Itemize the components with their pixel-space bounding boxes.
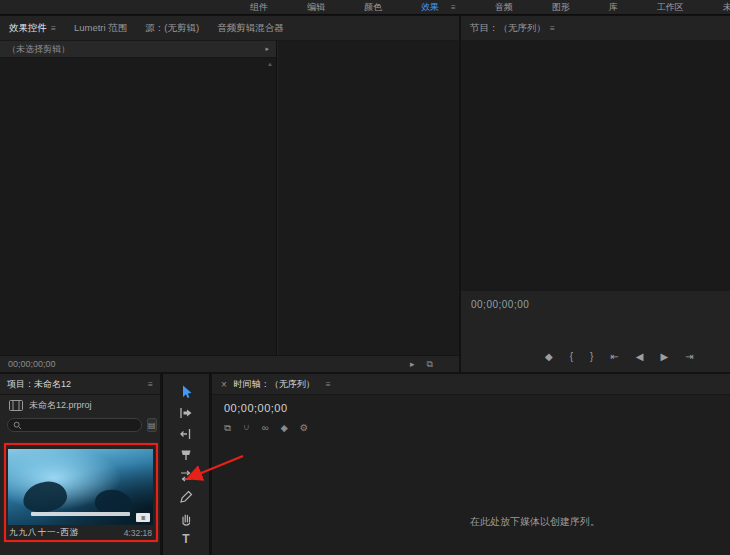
project-clip-card[interactable]: ≣ 九九八十一-西游 4:32:18: [8, 449, 153, 539]
program-timecode: 00;00;00;00: [471, 299, 529, 310]
tab-program-monitor[interactable]: 节目：（无序列）≡: [470, 22, 555, 35]
timeline-timecode: 00;00;00;00: [224, 402, 288, 414]
tool-selection[interactable]: [178, 384, 195, 400]
project-file-icon: [9, 400, 23, 411]
timeline-toolbar: ⧉ ∩ ∞ ◆ ⚙: [224, 422, 308, 434]
workspace-item-partial[interactable]: 未: [723, 1, 730, 14]
panel-menu-icon[interactable]: ≡: [550, 23, 555, 33]
workspace-item-color[interactable]: 颜色: [364, 1, 382, 14]
project-search-box[interactable]: [7, 418, 142, 432]
tool-hand[interactable]: [178, 510, 195, 526]
type-tool-icon: T: [182, 533, 189, 545]
workspace-menu-icon[interactable]: ≡: [451, 3, 456, 12]
project-panel-tabbar: 项目：未命名12 ≡: [0, 374, 160, 395]
timeline-settings-icon[interactable]: ⚙: [300, 422, 309, 434]
workspace-item-assembly[interactable]: 组件: [250, 1, 268, 14]
list-view-icon: ▤: [148, 421, 156, 430]
scrollbar-up-icon[interactable]: ▲: [267, 61, 273, 67]
step-back-icon[interactable]: ◀: [636, 351, 644, 362]
tab-effect-controls-label: 效果控件: [9, 22, 47, 33]
tool-slip[interactable]: [178, 468, 195, 484]
effect-controls-tabbar: 效果控件≡ Lumetri 范围 源：(无剪辑) 音频剪辑混合器: [0, 16, 459, 41]
tab-effect-controls[interactable]: 效果控件≡: [9, 22, 56, 35]
workspace-item-workspaces[interactable]: 工作区: [657, 1, 684, 14]
tool-ripple-edit[interactable]: [178, 426, 195, 442]
program-video-area: [461, 41, 730, 291]
project-view-toggle-button[interactable]: ▤: [147, 418, 157, 432]
effect-controls-keyframe-area: [278, 41, 459, 355]
snap-icon[interactable]: ∩: [243, 422, 250, 434]
tab-project[interactable]: 项目：未命名12: [7, 378, 71, 391]
timeline-body: 00;00;00;00 ⧉ ∩ ∞ ◆ ⚙ 在此处放下媒体以创建序列。: [212, 395, 730, 555]
project-panel: 项目：未命名12 ≡ 未命名12.prproj ▤ ≣: [0, 374, 160, 555]
panel-menu-icon[interactable]: ≡: [148, 379, 153, 389]
panel-menu-icon[interactable]: ≡: [326, 379, 331, 389]
effect-controls-statusbar: 00;00;00;00 ▸ ⧉: [0, 355, 459, 372]
tab-lumetri-scopes[interactable]: Lumetri 范围: [74, 22, 127, 35]
timeline-view-toggle-icon[interactable]: ▸: [265, 45, 269, 53]
program-monitor-panel: 节目：（无序列）≡ 00;00;00;00 ◆ { } ⇤ ◀ ▶ ⇥: [461, 16, 730, 372]
selection-tool-icon: [178, 384, 194, 400]
timeline-empty-message: 在此处放下媒体以创建序列。: [470, 515, 600, 529]
hand-tool-icon: [178, 510, 194, 526]
tab-source-monitor[interactable]: 源：(无剪辑): [145, 22, 199, 35]
effect-controls-panel: 效果控件≡ Lumetri 范围 源：(无剪辑) 音频剪辑混合器 （未选择剪辑）…: [0, 16, 459, 372]
workspace-item-graphics[interactable]: 图形: [552, 1, 570, 14]
razor-tool-icon: [178, 447, 194, 463]
effect-controls-empty-content: ▲: [0, 58, 276, 355]
clip-type-badge-icon: ≣: [140, 514, 145, 521]
play-audio-icon[interactable]: ▸: [410, 359, 415, 369]
ripple-edit-tool-icon: [178, 426, 194, 442]
clip-duration: 4:32:18: [124, 528, 152, 538]
mark-in-icon[interactable]: {: [570, 351, 573, 362]
tool-pen[interactable]: [178, 489, 195, 505]
clip-type-badge: ≣: [136, 513, 150, 522]
tab-timeline[interactable]: 时间轴：（无序列）: [234, 378, 315, 391]
clip-thumbnail[interactable]: ≣: [8, 449, 153, 525]
project-file-item[interactable]: 未命名12.prproj: [0, 395, 160, 415]
timeline-panel: × 时间轴：（无序列） ≡ 00;00;00;00 ⧉ ∩ ∞ ◆ ⚙ 在此处放…: [212, 374, 730, 555]
linked-selection-icon[interactable]: ∞: [262, 422, 269, 434]
project-search-row: ▤: [0, 415, 160, 434]
play-icon[interactable]: ▶: [660, 351, 668, 362]
workspace-item-libraries[interactable]: 库: [609, 1, 618, 14]
pen-tool-icon: [178, 489, 194, 505]
tool-type[interactable]: T: [178, 531, 195, 547]
workspace-item-audio[interactable]: 音频: [495, 1, 513, 14]
clip-selector-row[interactable]: （未选择剪辑） ▸: [0, 41, 276, 58]
panel-menu-icon[interactable]: ≡: [51, 23, 56, 33]
tool-razor[interactable]: [178, 447, 195, 463]
tab-audio-clip-mixer[interactable]: 音频剪辑混合器: [217, 22, 284, 35]
slip-tool-icon: [178, 468, 194, 484]
clip-selector-label: （未选择剪辑）: [7, 43, 70, 56]
effect-controls-list-area: （未选择剪辑） ▸ ▲: [0, 41, 277, 355]
mark-out-icon[interactable]: }: [590, 351, 593, 362]
workspace-item-editing[interactable]: 编辑: [307, 1, 325, 14]
project-file-name: 未命名12.prproj: [29, 399, 92, 412]
thumbnail-silhouette: [21, 480, 68, 516]
thumbnail-subtitle-strip: [31, 512, 130, 516]
search-icon: [13, 421, 22, 430]
close-icon[interactable]: ×: [221, 379, 227, 390]
add-marker-icon[interactable]: ◆: [545, 351, 553, 362]
effect-controls-timecode: 00;00;00;00: [8, 359, 56, 369]
step-forward-icon[interactable]: ⇥: [685, 351, 693, 362]
workspace-bar: 组件 编辑 颜色 效果 ≡ 音频 图形 库 工作区 未: [0, 0, 730, 15]
export-frame-icon[interactable]: ⧉: [427, 359, 433, 370]
go-to-in-icon[interactable]: ⇤: [610, 351, 618, 362]
track-select-forward-tool-icon: [178, 405, 194, 421]
timeline-tabbar: × 时间轴：（无序列） ≡: [212, 374, 730, 395]
clip-name[interactable]: 九九八十一-西游: [9, 527, 79, 539]
project-search-input[interactable]: [26, 421, 136, 430]
tools-panel: T: [162, 374, 210, 555]
nest-toggle-icon[interactable]: ⧉: [224, 422, 231, 434]
add-marker-icon[interactable]: ◆: [280, 422, 287, 434]
clip-meta-row: 九九八十一-西游 4:32:18: [8, 525, 153, 539]
tool-track-select-forward[interactable]: [178, 405, 195, 421]
workspace-item-effects[interactable]: 效果: [421, 1, 439, 14]
program-monitor-tabbar: 节目：（无序列）≡: [461, 16, 730, 41]
program-transport-controls: ◆ { } ⇤ ◀ ▶ ⇥: [461, 347, 730, 365]
tab-program-monitor-label: 节目：（无序列）: [470, 22, 546, 33]
